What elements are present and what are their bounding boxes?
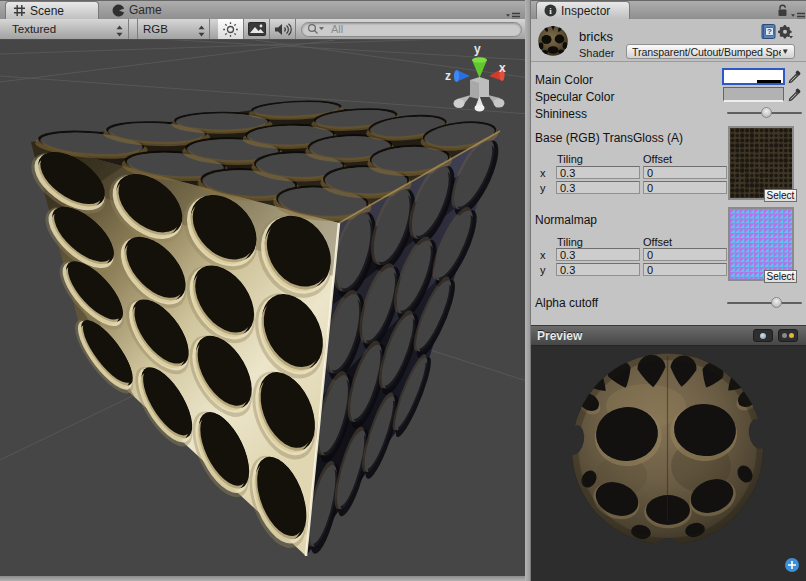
svg-text:y: y (474, 42, 481, 56)
svg-text:?: ? (767, 27, 772, 36)
svg-text:x: x (499, 61, 506, 75)
svg-text:z: z (445, 69, 451, 83)
